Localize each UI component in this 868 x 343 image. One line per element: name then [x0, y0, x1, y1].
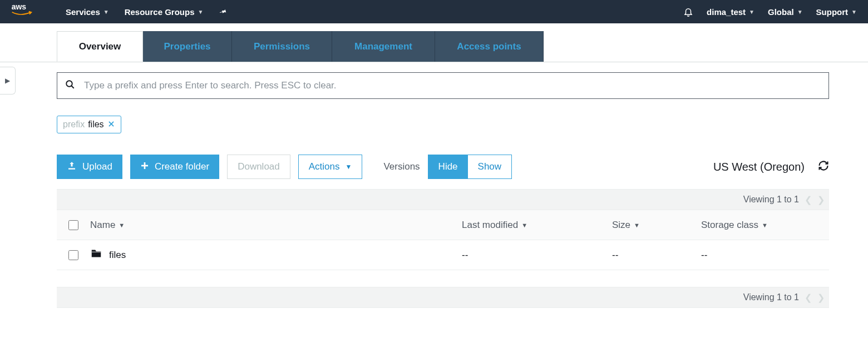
filter-chip-row: prefix files	[57, 116, 829, 133]
notifications-icon[interactable]	[683, 7, 693, 17]
side-panel-expand[interactable]: ▶	[0, 67, 16, 95]
sort-icon: ▼	[119, 222, 125, 228]
tab-access-points[interactable]: Access points	[435, 31, 544, 62]
chevron-right-icon: ▶	[5, 77, 10, 84]
pager-prev: ❮	[805, 195, 812, 205]
column-size-label: Size	[612, 220, 630, 231]
pin-icon[interactable]	[219, 7, 228, 16]
plus-icon	[140, 161, 149, 173]
tab-permissions[interactable]: Permissions	[232, 31, 332, 62]
nav-region[interactable]: Global ▼	[768, 7, 803, 17]
row-checkbox[interactable]	[68, 250, 78, 260]
row-select-cell	[57, 250, 90, 260]
row-storage-class: --	[701, 250, 829, 261]
tab-permissions-label: Permissions	[254, 41, 310, 52]
nav-services-label: Services	[66, 7, 100, 17]
versions-show-label: Show	[478, 161, 502, 172]
svg-rect-5	[68, 168, 75, 169]
nav-resource-groups[interactable]: Resource Groups ▼	[125, 7, 204, 17]
caret-down-icon: ▼	[851, 9, 857, 15]
row-name-cell: files	[90, 247, 462, 262]
column-storage-class-label: Storage class	[701, 220, 758, 231]
caret-down-icon: ▼	[797, 9, 803, 15]
actions-label: Actions	[309, 161, 340, 172]
pager-top: Viewing 1 to 1 ❮ ❯	[57, 189, 829, 210]
tab-strip-wrapper: Overview Properties Permissions Manageme…	[0, 31, 868, 62]
caret-down-icon: ▼	[346, 163, 352, 171]
svg-text:aws: aws	[12, 3, 27, 11]
nav-support-label: Support	[816, 7, 849, 17]
tab-properties-label: Properties	[164, 41, 210, 52]
tab-overview[interactable]: Overview	[57, 31, 143, 62]
pager-prev: ❮	[805, 292, 812, 303]
tab-properties[interactable]: Properties	[143, 31, 232, 62]
nav-region-label: Global	[768, 7, 794, 17]
pager-next: ❯	[817, 195, 825, 205]
column-last-modified-label: Last modified	[462, 220, 518, 231]
nav-services[interactable]: Services ▼	[66, 7, 109, 17]
pager-next: ❯	[817, 292, 825, 303]
prefix-chip-clear[interactable]	[107, 120, 115, 130]
upload-button[interactable]: Upload	[57, 155, 122, 179]
upload-label: Upload	[82, 161, 112, 172]
row-last-modified: --	[462, 250, 612, 261]
top-navbar: aws Services ▼ Resource Groups ▼ dima_te…	[0, 0, 868, 23]
svg-line-2	[71, 86, 74, 88]
refresh-icon[interactable]	[818, 160, 829, 173]
sort-icon: ▼	[762, 222, 768, 228]
tab-access-points-label: Access points	[457, 41, 521, 52]
select-all-checkbox[interactable]	[68, 220, 78, 230]
folder-icon	[90, 247, 102, 262]
create-folder-button[interactable]: Create folder	[130, 155, 219, 179]
pager-bottom-text: Viewing 1 to 1	[743, 292, 799, 302]
actions-dropdown[interactable]: Actions ▼	[298, 155, 363, 179]
pager-bottom: Viewing 1 to 1 ❮ ❯	[57, 287, 829, 308]
download-label: Download	[238, 161, 280, 172]
versions-hide-label: Hide	[438, 161, 458, 172]
prefix-chip: prefix files	[57, 116, 121, 133]
create-folder-label: Create folder	[155, 161, 209, 172]
caret-down-icon: ▼	[103, 9, 109, 15]
bucket-region: US West (Oregon)	[713, 161, 805, 173]
column-last-modified[interactable]: Last modified ▼	[462, 220, 612, 231]
tab-overview-label: Overview	[79, 41, 121, 52]
svg-rect-7	[141, 165, 148, 166]
prefix-chip-value: files	[88, 120, 103, 130]
aws-logo[interactable]: aws	[11, 3, 38, 21]
column-size[interactable]: Size ▼	[612, 220, 701, 231]
column-storage-class[interactable]: Storage class ▼	[701, 220, 829, 231]
prefix-chip-label: prefix	[63, 120, 85, 130]
table-row[interactable]: files -- -- --	[57, 240, 829, 270]
versions-label: Versions	[383, 161, 420, 172]
nav-resource-groups-label: Resource Groups	[125, 7, 195, 17]
caret-down-icon: ▼	[198, 9, 204, 15]
sort-icon: ▼	[521, 222, 527, 228]
tab-management[interactable]: Management	[332, 31, 435, 62]
tab-strip: Overview Properties Permissions Manageme…	[57, 31, 868, 62]
nav-user-label: dima_test	[707, 7, 746, 17]
column-name-label: Name	[90, 220, 115, 231]
download-button: Download	[227, 155, 290, 179]
nav-user[interactable]: dima_test ▼	[707, 7, 754, 17]
versions-toggle: Hide Show	[428, 155, 512, 179]
versions-show[interactable]: Show	[468, 155, 512, 178]
column-name[interactable]: Name ▼	[90, 220, 462, 231]
search-input[interactable]	[84, 80, 821, 91]
upload-icon	[67, 161, 77, 173]
caret-down-icon: ▼	[749, 9, 754, 15]
svg-point-1	[66, 81, 72, 87]
search-bar	[57, 72, 829, 99]
select-all-cell	[57, 220, 90, 230]
toolbar: Upload Create folder Download Actions ▼ …	[57, 155, 829, 179]
search-icon	[65, 79, 75, 92]
row-name: files	[109, 250, 126, 261]
versions-hide[interactable]: Hide	[428, 155, 468, 178]
table-header: Name ▼ Last modified ▼ Size ▼ Storage cl…	[57, 210, 829, 240]
nav-support[interactable]: Support ▼	[816, 7, 857, 17]
pager-top-text: Viewing 1 to 1	[743, 195, 799, 205]
row-size: --	[612, 250, 701, 261]
tab-management-label: Management	[354, 41, 412, 52]
sort-icon: ▼	[634, 222, 640, 228]
